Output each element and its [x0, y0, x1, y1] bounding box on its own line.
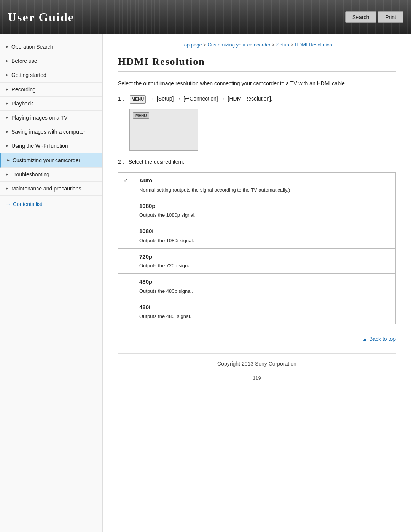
step-1-content: MENU → [Setup] → [⇌Connection] → [HDMI R… [129, 94, 272, 104]
arrow-icon-2: → [176, 96, 183, 102]
resolution-content-cell: 720pOutputs the 720p signal. [134, 248, 396, 274]
sidebar-item-getting-started[interactable]: ► Getting started [0, 68, 102, 82]
back-to-top-link[interactable]: ▲ Back to top [362, 336, 396, 342]
resolution-name: 1080i [139, 227, 390, 236]
sidebar-item-wifi[interactable]: ► Using the Wi-Fi function [0, 139, 102, 153]
check-cell [118, 223, 134, 249]
resolution-name: 1080p [139, 202, 390, 211]
resolution-content-cell: 1080iOutputs the 1080i signal. [134, 223, 396, 249]
copyright-text: Copyright 2013 Sony Corporation [217, 361, 296, 367]
check-cell: ✓ [118, 173, 134, 198]
resolution-name: 720p [139, 252, 390, 261]
back-to-top-arrow-icon: ▲ [362, 336, 368, 342]
back-to-top-label: Back to top [369, 336, 396, 342]
header-buttons: Search Print [345, 11, 403, 23]
chevron-right-icon: ► [5, 101, 9, 106]
connection-symbol: ⇌ [185, 96, 190, 102]
breadcrumb: Top page > Customizing your camcorder > … [118, 42, 396, 48]
contents-list-link[interactable]: → Contents list [0, 196, 102, 212]
resolution-content-cell: 1080pOutputs the 1080p signal. [134, 198, 396, 223]
chevron-right-icon: ► [5, 129, 9, 134]
menu-screenshot: MENU [129, 109, 198, 151]
sidebar-item-maintenance[interactable]: ► Maintenance and precautions [0, 182, 102, 196]
check-cell [118, 274, 134, 299]
sidebar-item-playback[interactable]: ► Playback [0, 97, 102, 111]
print-button[interactable]: Print [378, 11, 403, 23]
table-row: ✓AutoNormal setting (outputs the signal … [118, 173, 396, 198]
resolution-content-cell: 480iOutputs the 480i signal. [134, 299, 396, 324]
resolution-name: 480p [139, 278, 390, 286]
chevron-right-icon: ► [5, 115, 9, 120]
step-1-number: 1． [118, 94, 126, 103]
page-title: HDMI Resolution [118, 56, 396, 72]
arrow-right-icon: → [5, 201, 11, 207]
content-description: Select the output image resolution when … [118, 79, 396, 88]
chevron-right-icon: ► [5, 44, 9, 49]
resolution-name: Auto [139, 176, 390, 185]
sidebar-item-before-use[interactable]: ► Before use [0, 54, 102, 68]
step-2-content: Select the desired item. [129, 158, 184, 166]
chevron-right-icon: ► [5, 172, 9, 177]
sidebar-item-playing-images[interactable]: ► Playing images on a TV [0, 111, 102, 125]
chevron-right-icon: ► [5, 87, 9, 92]
chevron-right-icon: ► [5, 58, 9, 63]
menu-button-image: MENU [133, 112, 149, 119]
check-cell [118, 299, 134, 324]
table-row: 1080iOutputs the 1080i signal. [118, 223, 396, 249]
breadcrumb-sep2: > [272, 42, 276, 48]
header: User Guide Search Print [0, 0, 411, 34]
table-row: 480iOutputs the 480i signal. [118, 299, 396, 324]
table-row: 1080pOutputs the 1080p signal. [118, 198, 396, 223]
resolution-table: ✓AutoNormal setting (outputs the signal … [118, 172, 396, 324]
sidebar-item-recording[interactable]: ► Recording [0, 83, 102, 97]
breadcrumb-top-page[interactable]: Top page [182, 42, 202, 48]
chevron-right-icon: ► [5, 186, 9, 191]
table-row: 720pOutputs the 720p signal. [118, 248, 396, 274]
footer: Copyright 2013 Sony Corporation [118, 353, 396, 371]
arrow-icon-3: → [220, 96, 227, 102]
resolution-description: Outputs the 480p signal. [139, 288, 193, 294]
resolution-description: Outputs the 1080i signal. [139, 238, 194, 243]
breadcrumb-sep3: > [290, 42, 295, 48]
resolution-content-cell: AutoNormal setting (outputs the signal a… [134, 173, 396, 198]
chevron-right-icon: ► [5, 72, 9, 77]
resolution-description: Outputs the 720p signal. [139, 263, 193, 268]
check-cell [118, 248, 134, 274]
main-container: ► Operation Search ► Before use ► Gettin… [0, 34, 411, 532]
contents-list-label: Contents list [13, 201, 42, 207]
chevron-right-icon: ► [5, 143, 9, 148]
breadcrumb-sep1: > [203, 42, 207, 48]
table-row: 480pOutputs the 480p signal. [118, 274, 396, 299]
sidebar-item-troubleshooting[interactable]: ► Troubleshooting [0, 168, 102, 182]
step-2-number: 2． [118, 158, 126, 166]
step-1: 1． MENU → [Setup] → [⇌Connection] → [HDM… [118, 94, 396, 104]
content-area: Top page > Customizing your camcorder > … [103, 34, 411, 532]
resolution-description: Outputs the 1080p signal. [139, 212, 196, 218]
breadcrumb-customizing[interactable]: Customizing your camcorder [207, 42, 270, 48]
sidebar-item-saving-images[interactable]: ► Saving images with a computer [0, 125, 102, 139]
resolution-name: 480i [139, 303, 390, 312]
check-cell [118, 198, 134, 223]
resolution-content-cell: 480pOutputs the 480p signal. [134, 274, 396, 299]
sidebar-item-customizing[interactable]: ► Customizing your camcorder [0, 153, 102, 168]
menu-button-label: MENU [130, 95, 146, 104]
arrow-icon: → [149, 96, 156, 102]
breadcrumb-hdmi-resolution[interactable]: HDMI Resolution [295, 42, 332, 48]
search-button[interactable]: Search [345, 11, 376, 23]
resolution-description: Normal setting (outputs the signal accor… [139, 187, 290, 193]
sidebar-item-operation-search[interactable]: ► Operation Search [0, 40, 102, 54]
sidebar: ► Operation Search ► Before use ► Gettin… [0, 34, 103, 532]
step-2: 2． Select the desired item. [118, 158, 396, 166]
breadcrumb-setup[interactable]: Setup [276, 42, 289, 48]
resolution-description: Outputs the 480i signal. [139, 313, 191, 319]
chevron-right-icon: ► [6, 158, 10, 163]
back-to-top-row: ▲ Back to top [118, 336, 396, 346]
app-title: User Guide [8, 10, 74, 24]
page-number: 119 [118, 375, 396, 388]
